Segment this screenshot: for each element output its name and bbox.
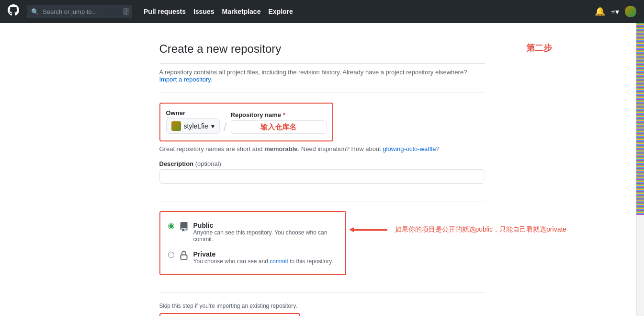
visibility-arrow-left	[354, 229, 387, 231]
radio-private-content: Private You choose who can see and commi…	[193, 250, 338, 265]
owner-dropdown-icon: ▾	[211, 122, 215, 130]
owner-repo-section: Owner styleLfie ▾ / Repository name	[159, 103, 485, 141]
nav-issues[interactable]: Issues	[193, 8, 215, 15]
radio-public-content: Public Anyone can see this repository. Y…	[193, 222, 338, 243]
required-marker: *	[283, 111, 285, 118]
nav-marketplace[interactable]: Marketplace	[222, 8, 261, 15]
step-annotation: 第二步	[526, 42, 552, 54]
divider-1	[159, 93, 485, 93]
initialize-section: Skip this step if you're importing an ex…	[159, 303, 485, 316]
search-bar[interactable]: 🔍 /	[27, 5, 132, 18]
owner-select[interactable]: styleLfie ▾	[166, 118, 220, 134]
new-item-button[interactable]: +▾	[611, 7, 619, 16]
lock-icon	[179, 251, 189, 263]
owner-name: styleLfie	[184, 122, 208, 130]
avatar-image	[625, 6, 636, 17]
main-content: Create a new repository A repository con…	[0, 23, 644, 316]
radio-public[interactable]	[168, 223, 174, 229]
user-avatar[interactable]	[625, 6, 636, 17]
navbar: 🔍 / Pull requests Issues Marketplace Exp…	[0, 0, 644, 23]
skip-label: Skip this step if you're importing an ex…	[159, 303, 485, 309]
radio-option-public: Public Anyone can see this repository. Y…	[168, 218, 338, 246]
init-checkbox-row: Initialize this repository with a README…	[159, 313, 485, 316]
init-checkbox-box: Initialize this repository with a README	[159, 313, 301, 316]
optional-label: (optional)	[195, 160, 221, 167]
radio-private[interactable]	[168, 252, 174, 258]
radio-option-private: Private You choose who can see and commi…	[168, 246, 338, 269]
visibility-box: Public Anyone can see this repository. Y…	[159, 211, 346, 275]
repo-name-label: Repository name *	[231, 111, 327, 118]
divider-2	[159, 201, 485, 201]
search-icon: 🔍	[31, 8, 39, 15]
commit-link[interactable]: commit	[270, 258, 288, 265]
kbd-slash: /	[123, 8, 129, 15]
repo-name-input[interactable]	[231, 120, 327, 134]
nav-links: Pull requests Issues Marketplace Explore	[144, 8, 293, 15]
repo-name-field-group: Repository name * 输入仓库名	[231, 111, 327, 134]
book-icon	[179, 222, 189, 234]
navbar-right: 🔔 +▾	[595, 6, 636, 17]
description-input[interactable]	[159, 169, 485, 184]
minimap	[636, 23, 644, 215]
radio-private-title: Private	[193, 250, 338, 258]
page-title: Create a new repository	[159, 42, 485, 64]
page-subtitle: A repository contains all project files,…	[159, 69, 485, 83]
nav-pull-requests[interactable]: Pull requests	[144, 8, 186, 15]
owner-repo-box: Owner styleLfie ▾ / Repository name	[159, 103, 333, 141]
page-container: Create a new repository A repository con…	[150, 42, 495, 316]
import-link[interactable]: Import a repository.	[159, 76, 213, 83]
nav-explore[interactable]: Explore	[268, 8, 293, 15]
visibility-wrapper: Public Anyone can see this repository. Y…	[159, 211, 485, 283]
description-label: Description (optional)	[159, 160, 485, 167]
visibility-annotation: 如果你的项目是公开的就选public，只能自己看就选private	[395, 225, 567, 234]
suggestion-text: Great repository names are short and mem…	[159, 145, 485, 152]
slash-divider: /	[224, 121, 227, 134]
suggestion-link[interactable]: glowing-octo-waffle	[383, 145, 436, 152]
radio-public-desc: Anyone can see this repository. You choo…	[193, 229, 338, 243]
visibility-annotation-wrapper: 如果你的项目是公开的就选public，只能自己看就选private	[354, 225, 567, 234]
search-input[interactable]	[43, 8, 119, 15]
owner-label: Owner	[166, 109, 220, 117]
radio-private-desc: You choose who can see and commit to thi…	[193, 258, 338, 265]
github-logo-icon[interactable]	[8, 4, 19, 19]
owner-avatar	[171, 121, 181, 131]
description-section: Description (optional)	[159, 160, 485, 191]
radio-public-title: Public	[193, 222, 338, 229]
repo-input-wrapper: 输入仓库名	[231, 120, 327, 134]
page-header-section: Create a new repository A repository con…	[159, 42, 485, 83]
owner-field-group: Owner styleLfie ▾	[166, 109, 220, 134]
divider-3	[159, 293, 485, 293]
bell-icon[interactable]: 🔔	[595, 6, 605, 17]
